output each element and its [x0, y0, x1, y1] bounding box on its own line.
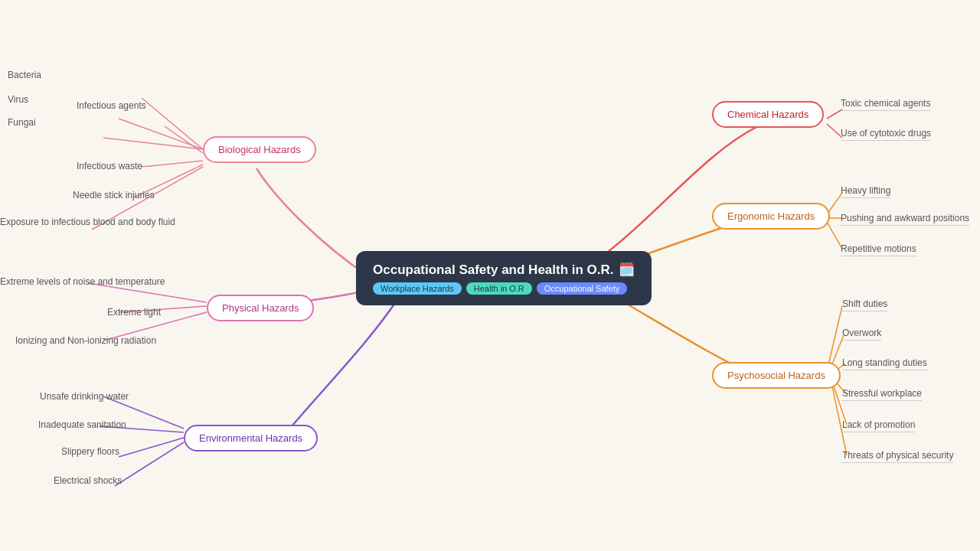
ergonomic-node: Ergonomic Hazards — [712, 203, 830, 230]
center-node: Occupational Safety and Health in O.R. 🗓… — [356, 251, 652, 305]
fungai-node: Fungai — [8, 115, 36, 129]
virus-label: Virus — [8, 94, 28, 105]
noise-temp-label: Extreme levels of noise and temperature — [0, 276, 165, 287]
slippery-floors-label: Slippery floors — [61, 446, 119, 457]
needle-stick-label: Needle stick injuries — [73, 190, 155, 201]
infectious-agents-label: Infectious agents — [77, 100, 146, 111]
lack-promotion-node: Lack of promotion — [842, 419, 915, 432]
biological-box[interactable]: Biological Hazards — [203, 136, 316, 163]
center-tags: Workplace Hazards Health in O.R Occupati… — [373, 282, 635, 295]
chemical-label: Chemical Hazards — [727, 109, 808, 120]
extreme-light-label: Extreme light — [107, 307, 161, 318]
tag-occupational[interactable]: Occupational Safety — [537, 282, 627, 295]
center-title: Occupational Safety and Health in O.R. 🗓… — [373, 262, 635, 278]
stressful-label: Stressful workplace — [842, 388, 922, 401]
blood-fluid-node: Exposure to infectious blood and body fl… — [0, 214, 175, 228]
electrical-shocks-node: Electrical shocks — [54, 473, 122, 487]
ergonomic-label: Ergonomic Hazards — [727, 210, 815, 222]
lack-promotion-label: Lack of promotion — [842, 419, 915, 432]
center-icon: 🗓️ — [619, 262, 635, 278]
toxic-node: Toxic chemical agents — [841, 98, 930, 111]
electrical-shocks-label: Electrical shocks — [54, 475, 122, 486]
overwork-label: Overwork — [842, 328, 881, 341]
tag-workplace[interactable]: Workplace Hazards — [373, 282, 462, 295]
fungai-label: Fungai — [8, 117, 36, 128]
long-standing-label: Long standing duties — [842, 357, 927, 370]
extreme-light-node: Extreme light — [107, 305, 161, 318]
blood-fluid-label: Exposure to infectious blood and body fl… — [0, 217, 175, 227]
chemical-box[interactable]: Chemical Hazards — [712, 101, 824, 128]
toxic-label: Toxic chemical agents — [841, 98, 930, 111]
shift-duties-node: Shift duties — [842, 298, 887, 311]
threats-label: Threats of physical security — [842, 450, 953, 463]
svg-line-2 — [103, 138, 203, 149]
repetitive-label: Repetitive motions — [841, 243, 916, 256]
cytotoxic-node: Use of cytotoxic drugs — [841, 128, 931, 141]
center-title-text: Occupational Safety and Health in O.R. — [373, 262, 614, 278]
noise-temp-node: Extreme levels of noise and temperature — [0, 274, 165, 288]
heavy-lifting-label: Heavy lifting — [841, 185, 890, 198]
biological-node: Biological Hazards — [203, 136, 316, 163]
threats-node: Threats of physical security — [842, 450, 953, 463]
svg-line-4 — [142, 161, 203, 167]
svg-line-0 — [142, 98, 203, 149]
tag-health[interactable]: Health in O.R — [466, 282, 532, 295]
svg-line-14 — [119, 438, 184, 457]
ergonomic-box[interactable]: Ergonomic Hazards — [712, 203, 830, 230]
svg-line-7 — [827, 109, 842, 119]
svg-line-8 — [827, 124, 842, 138]
environmental-box[interactable]: Environmental Hazards — [184, 425, 318, 452]
infectious-agents-node: Infectious agents — [77, 98, 146, 112]
biological-label: Biological Hazards — [218, 144, 301, 155]
ionizing-node: Ionizing and Non-ionizing radiation — [15, 333, 156, 347]
cytotoxic-label: Use of cytotoxic drugs — [841, 128, 931, 141]
slippery-floors-node: Slippery floors — [61, 444, 119, 458]
shift-duties-label: Shift duties — [842, 298, 887, 311]
chemical-node: Chemical Hazards — [712, 101, 824, 128]
psychosocial-box[interactable]: Psychosocial Hazards — [712, 362, 841, 389]
physical-label: Physical Hazards — [222, 302, 299, 314]
infectious-waste-label: Infectious waste — [77, 161, 142, 171]
unsafe-water-node: Unsafe drinking water — [40, 389, 129, 403]
heavy-lifting-node: Heavy lifting — [841, 185, 890, 198]
psychosocial-label: Psychosocial Hazards — [727, 370, 825, 381]
svg-line-3 — [165, 126, 203, 153]
long-standing-node: Long standing duties — [842, 357, 927, 370]
unsafe-water-label: Unsafe drinking water — [40, 391, 129, 402]
pushing-label: Pushing and awkward positions — [841, 213, 969, 226]
physical-box[interactable]: Physical Hazards — [207, 295, 314, 321]
svg-line-1 — [119, 119, 203, 149]
stressful-node: Stressful workplace — [842, 388, 922, 401]
physical-node: Physical Hazards — [207, 295, 314, 321]
environmental-node: Environmental Hazards — [184, 425, 318, 452]
bacteria-label: Bacteria — [8, 70, 41, 80]
needle-stick-node: Needle stick injuries — [73, 187, 155, 201]
inadequate-sanitation-label: Inadequate sanitation — [38, 419, 126, 430]
pushing-node: Pushing and awkward positions — [841, 213, 969, 226]
ionizing-label: Ionizing and Non-ionizing radiation — [15, 335, 156, 346]
svg-line-15 — [115, 442, 184, 486]
overwork-node: Overwork — [842, 328, 881, 341]
psychosocial-node: Psychosocial Hazards — [712, 362, 841, 389]
bacteria-node: Bacteria — [8, 67, 41, 81]
infectious-waste-node: Infectious waste — [77, 158, 142, 172]
virus-node: Virus — [8, 92, 28, 106]
inadequate-sanitation-node: Inadequate sanitation — [38, 417, 126, 431]
environmental-label: Environmental Hazards — [199, 432, 302, 444]
repetitive-node: Repetitive motions — [841, 243, 916, 256]
